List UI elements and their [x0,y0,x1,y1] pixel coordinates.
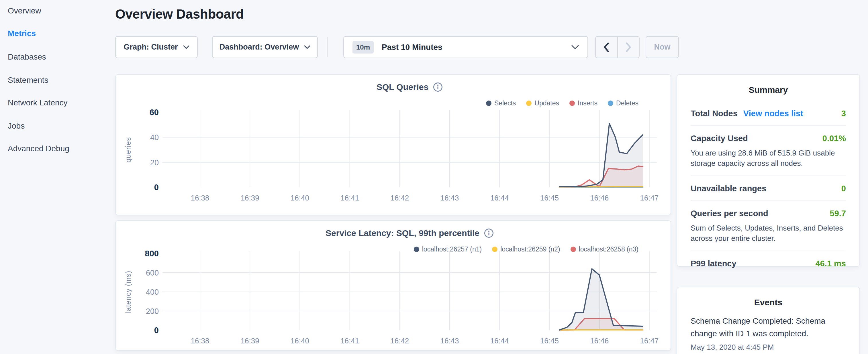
svg-text:16:44: 16:44 [490,194,509,202]
sidebar-item-metrics[interactable]: Metrics [8,28,36,39]
chevron-left-icon [603,42,609,52]
events-panel: Events Schema Change Completed: Schema c… [677,287,860,354]
svg-text:20: 20 [150,158,159,167]
summary-row-total-nodes: Total Nodes View nodes list 3 [691,101,846,125]
svg-text:800: 800 [145,249,159,258]
time-range-selector[interactable]: 10m Past 10 Minutes [343,36,588,58]
graph-dropdown-label: Graph: Cluster [124,43,178,52]
svg-text:200: 200 [146,307,159,316]
legend-label: Selects [494,99,516,107]
summary-row-p99-latency: P99 latency 46.1 ms [691,251,846,276]
legend-label: Inserts [578,99,597,107]
prev-time-button[interactable] [596,37,617,58]
info-icon[interactable] [433,82,443,92]
page-title: Overview Dashboard [115,6,244,22]
stat-value: 0 [841,184,846,193]
stat-label: Capacity Used [691,134,748,143]
svg-text:16:42: 16:42 [390,336,409,345]
legend-item: Updates [526,99,559,107]
chart-legend: localhost:26257 (n1)localhost:26259 (n2)… [414,246,639,253]
chart-plot[interactable]: 020406016:3816:3916:4016:4116:4216:4316:… [116,75,671,215]
svg-text:16:40: 16:40 [290,194,309,202]
svg-text:16:44: 16:44 [490,336,509,345]
stat-label: Queries per second [691,209,768,218]
stat-label: Total Nodes [691,109,738,118]
view-nodes-list-link[interactable]: View nodes list [743,109,803,118]
stat-label: Unavailable ranges [691,184,766,193]
legend-label: localhost:26258 (n3) [579,246,639,253]
svg-text:40: 40 [150,133,159,142]
svg-text:16:46: 16:46 [590,336,609,345]
sidebar-item-network-latency[interactable]: Network Latency [8,98,68,108]
dashboard-dropdown[interactable]: Dashboard: Overview [212,36,318,58]
now-button[interactable]: Now [646,36,679,58]
svg-text:16:41: 16:41 [340,194,359,202]
stat-value: 59.7 [830,209,846,218]
stat-subtext: You are using 28.6 MiB of 515.9 GiB usab… [691,148,846,168]
next-time-button[interactable] [617,37,639,58]
stat-subtext: Sum of Selects, Updates, Inserts, and De… [691,223,846,244]
svg-text:16:46: 16:46 [590,194,609,202]
chart-title: SQL Queries [376,82,428,92]
legend-label: Updates [534,99,559,107]
legend-item: localhost:26257 (n1) [414,246,482,253]
svg-text:16:47: 16:47 [640,194,658,202]
stat-value: 3 [841,109,846,118]
summary-row-queries-per-second: Queries per second 59.7 Sum of Selects, … [691,200,846,251]
dashboard-dropdown-label: Dashboard: Overview [219,43,299,52]
svg-text:0: 0 [154,183,159,192]
summary-row-unavailable-ranges: Unavailable ranges 0 [691,175,846,200]
chart-plot[interactable]: 020040060080016:3816:3916:4016:4116:4216… [116,221,671,350]
chart-legend: SelectsUpdatesInsertsDeletes [486,99,639,107]
chevron-down-icon [183,45,189,49]
svg-text:queries: queries [124,137,132,163]
event-timestamp: May 13, 2020 at 4:45 PM [691,343,846,352]
chevron-down-icon [571,45,579,50]
summary-heading: Summary [677,85,859,95]
sidebar-item-overview[interactable]: Overview [8,6,41,16]
sidebar-item-jobs[interactable]: Jobs [8,121,25,131]
legend-label: localhost:26257 (n1) [422,246,482,253]
svg-text:16:39: 16:39 [241,336,259,345]
legend-item: Selects [486,99,516,107]
legend-item: localhost:26258 (n3) [570,246,639,253]
stat-label: P99 latency [691,259,737,268]
events-heading: Events [677,297,859,307]
time-range-badge: 10m [352,41,374,54]
chart-title: Service Latency: SQL, 99th percentile [326,228,479,238]
svg-text:16:43: 16:43 [440,194,459,202]
svg-text:latency (ms): latency (ms) [124,271,132,313]
legend-item: Deletes [608,99,639,107]
info-icon[interactable] [484,228,494,238]
summary-row-capacity-used: Capacity Used 0.01% You are using 28.6 M… [691,125,846,175]
svg-text:600: 600 [146,269,159,277]
sql-queries-chart-card: SQL Queries SelectsUpdatesInsertsDeletes… [115,74,671,215]
sidebar-item-advanced-debug[interactable]: Advanced Debug [8,143,69,154]
time-step-buttons [595,36,640,58]
svg-text:16:45: 16:45 [540,194,559,202]
legend-label: localhost:26259 (n2) [500,246,560,253]
svg-text:400: 400 [146,288,159,296]
chevron-right-icon [626,42,631,52]
controls-divider [327,37,328,57]
stat-value: 0.01% [823,134,846,143]
legend-dot-icon [492,247,497,252]
svg-text:16:41: 16:41 [340,336,359,345]
event-item[interactable]: Schema Change Completed: Schema change w… [691,315,846,352]
legend-item: localhost:26259 (n2) [492,246,560,253]
legend-dot-icon [569,100,575,106]
legend-label: Deletes [616,99,639,107]
legend-dot-icon [570,247,576,252]
time-range-label: Past 10 Minutes [382,43,571,52]
svg-text:0: 0 [154,326,159,335]
legend-dot-icon [486,100,492,106]
svg-text:16:38: 16:38 [191,336,209,345]
sidebar-item-databases[interactable]: Databases [8,52,46,62]
sidebar: Overview Metrics Databases Statements Ne… [0,0,115,354]
stat-value: 46.1 ms [815,259,846,268]
graph-dropdown[interactable]: Graph: Cluster [115,36,198,58]
sidebar-item-statements[interactable]: Statements [8,75,49,85]
svg-text:16:47: 16:47 [640,336,658,345]
event-message: Schema Change Completed: Schema change w… [691,315,846,340]
svg-text:16:40: 16:40 [290,336,309,345]
